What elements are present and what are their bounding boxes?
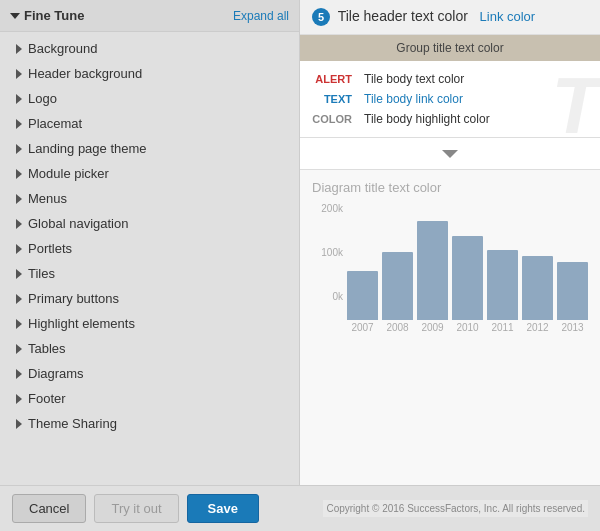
arrow-icon-landing-page-theme	[16, 144, 22, 154]
x-label-2010: 2010	[452, 322, 483, 333]
arrow-icon-background	[16, 44, 22, 54]
save-button[interactable]: Save	[187, 494, 259, 523]
arrow-icon-primary-buttons	[16, 294, 22, 304]
arrow-icon-menus	[16, 194, 22, 204]
fine-tune-arrow-icon	[10, 13, 20, 19]
sidebar-label-module-picker: Module picker	[28, 166, 109, 181]
x-label-2012: 2012	[522, 322, 553, 333]
sidebar-items-list: BackgroundHeader backgroundLogoPlacematL…	[0, 32, 299, 440]
bar-2013	[557, 262, 588, 321]
color-tag-2: COLOR	[312, 113, 352, 125]
diagram-section: Diagram title text color 200k100k0k 2007…	[300, 169, 600, 485]
sidebar-label-diagrams: Diagrams	[28, 366, 84, 381]
arrow-icon-tiles	[16, 269, 22, 279]
expand-all-link[interactable]: Expand all	[233, 9, 289, 23]
x-axis-labels: 2007200820092010201120122013	[312, 322, 588, 333]
sidebar-label-tables: Tables	[28, 341, 66, 356]
sidebar-label-placemat: Placemat	[28, 116, 82, 131]
chart-area: 200k100k0k	[312, 203, 588, 320]
arrow-icon-placemat	[16, 119, 22, 129]
sidebar-item-portlets[interactable]: Portlets	[0, 236, 299, 261]
color-text-1[interactable]: Tile body link color	[364, 92, 463, 106]
footer-buttons: Cancel Try it out Save	[12, 494, 259, 523]
bar-2008	[382, 252, 413, 320]
group-title-text: Group title text color	[396, 41, 503, 55]
sidebar-label-global-navigation: Global navigation	[28, 216, 128, 231]
panel-header: 5 Tile header text color Link color	[300, 0, 600, 35]
sidebar-label-portlets: Portlets	[28, 241, 72, 256]
color-tag-1: TEXT	[312, 93, 352, 105]
x-label-2007: 2007	[347, 322, 378, 333]
sidebar-label-background: Background	[28, 41, 97, 56]
footer-bar: Cancel Try it out Save Copyright © 2016 …	[0, 485, 600, 531]
color-list: ALERTTile body text colorTEXTTile body l…	[300, 61, 600, 137]
arrow-icon-global-navigation	[16, 219, 22, 229]
sidebar-item-landing-page-theme[interactable]: Landing page theme	[0, 136, 299, 161]
y-label-2: 0k	[332, 291, 343, 302]
y-label-0: 200k	[321, 203, 343, 214]
sidebar-label-primary-buttons: Primary buttons	[28, 291, 119, 306]
bar-2010	[452, 236, 483, 320]
sidebar-item-footer[interactable]: Footer	[0, 386, 299, 411]
arrow-icon-footer	[16, 394, 22, 404]
y-label-1: 100k	[321, 247, 343, 258]
color-list-item-1: TEXTTile body link color	[312, 89, 588, 109]
sidebar-item-tables[interactable]: Tables	[0, 336, 299, 361]
sidebar-label-menus: Menus	[28, 191, 67, 206]
arrow-icon-tables	[16, 344, 22, 354]
try-it-out-button[interactable]: Try it out	[94, 494, 178, 523]
sidebar-item-theme-sharing[interactable]: Theme Sharing	[0, 411, 299, 436]
arrow-icon-portlets	[16, 244, 22, 254]
panel-header-link[interactable]: Link color	[480, 9, 536, 24]
sidebar-label-highlight-elements: Highlight elements	[28, 316, 135, 331]
scroll-down-icon	[442, 150, 458, 158]
sidebar-item-diagrams[interactable]: Diagrams	[0, 361, 299, 386]
fine-tune-label: Fine Tune	[24, 8, 84, 23]
sidebar-item-menus[interactable]: Menus	[0, 186, 299, 211]
x-label-2013: 2013	[557, 322, 588, 333]
sidebar-label-logo: Logo	[28, 91, 57, 106]
bar-2007	[347, 271, 378, 320]
fine-tune-header: Fine Tune	[10, 8, 84, 23]
copyright-text: Copyright © 2016 SuccessFactors, Inc. Al…	[323, 500, 588, 517]
panel-header-title: Tile header text color	[338, 8, 468, 24]
bar-2009	[417, 221, 448, 320]
y-axis: 200k100k0k	[312, 203, 347, 302]
cancel-button[interactable]: Cancel	[12, 494, 86, 523]
sidebar-item-background[interactable]: Background	[0, 36, 299, 61]
sidebar-item-primary-buttons[interactable]: Primary buttons	[0, 286, 299, 311]
x-label-2009: 2009	[417, 322, 448, 333]
main-container: Fine Tune Expand all BackgroundHeader ba…	[0, 0, 600, 531]
x-label-2011: 2011	[487, 322, 518, 333]
sidebar-label-tiles: Tiles	[28, 266, 55, 281]
arrow-icon-logo	[16, 94, 22, 104]
arrow-icon-module-picker	[16, 169, 22, 179]
bar-2011	[487, 250, 518, 320]
bar-2012	[522, 256, 553, 320]
sidebar-item-highlight-elements[interactable]: Highlight elements	[0, 311, 299, 336]
sidebar-item-header-background[interactable]: Header background	[0, 61, 299, 86]
bar-chart: 200k100k0k 2007200820092010201120122013	[312, 203, 588, 333]
diagram-title: Diagram title text color	[312, 180, 588, 195]
arrow-icon-header-background	[16, 69, 22, 79]
sidebar: Fine Tune Expand all BackgroundHeader ba…	[0, 0, 300, 485]
sidebar-header: Fine Tune Expand all	[0, 0, 299, 32]
sidebar-label-theme-sharing: Theme Sharing	[28, 416, 117, 431]
sidebar-item-global-navigation[interactable]: Global navigation	[0, 211, 299, 236]
color-list-item-0: ALERTTile body text color	[312, 69, 588, 89]
sidebar-item-placemat[interactable]: Placemat	[0, 111, 299, 136]
arrow-icon-highlight-elements	[16, 319, 22, 329]
right-panel: T 5 Tile header text color Link color Gr…	[300, 0, 600, 485]
arrow-icon-theme-sharing	[16, 419, 22, 429]
sidebar-item-module-picker[interactable]: Module picker	[0, 161, 299, 186]
content-area: Fine Tune Expand all BackgroundHeader ba…	[0, 0, 600, 485]
x-label-2008: 2008	[382, 322, 413, 333]
color-text-0: Tile body text color	[364, 72, 464, 86]
panel-badge: 5	[312, 8, 330, 26]
sidebar-label-landing-page-theme: Landing page theme	[28, 141, 147, 156]
sidebar-item-tiles[interactable]: Tiles	[0, 261, 299, 286]
scroll-indicator[interactable]	[300, 137, 600, 169]
group-title-bar: Group title text color	[300, 35, 600, 61]
sidebar-label-footer: Footer	[28, 391, 66, 406]
sidebar-item-logo[interactable]: Logo	[0, 86, 299, 111]
